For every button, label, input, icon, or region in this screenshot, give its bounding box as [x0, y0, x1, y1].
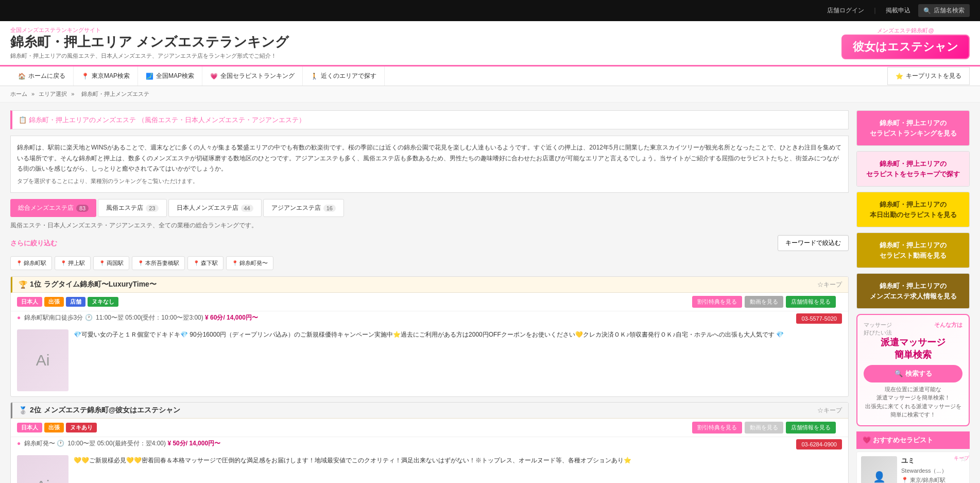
sidebar-job-info[interactable]: 錦糸町・押上エリアの メンズエステ求人情報を見る: [857, 274, 969, 308]
tag-store-1: 店舗: [66, 297, 85, 307]
movie-btn-2[interactable]: 動画を見る: [745, 422, 783, 434]
rank-icon-1: 🏆: [19, 280, 27, 289]
globe-icon: 🗾: [146, 73, 153, 80]
shop-pr-2: 💛💛ご新規様必見💛💛密着回春＆本格マッサージで圧倒的な満足感をお届けします！地域…: [74, 455, 842, 465]
shop-card-1: 🏆 1位 ラグタイム錦糸町〜LuxuryTime〜 ☆キープ 日本人 出張 店舗…: [10, 276, 849, 397]
phone-btn-1[interactable]: 03-5577-5020: [796, 313, 842, 324]
shop-actions-1: 割引特典を見る 動画を見る 店舗情報を見る: [692, 296, 842, 308]
sidebar-therapist-serakeep[interactable]: 錦糸町・押上エリアの セラピストをセラキープで探す: [857, 152, 969, 186]
coupon-btn-1[interactable]: 割引特典を見る: [692, 296, 742, 308]
tab-fuzoku[interactable]: 風俗エステ店 23: [98, 199, 166, 217]
tab-asian-count: 16: [323, 205, 336, 212]
rank-num-1: 1位: [30, 280, 41, 289]
sidebar-therapist-ranking[interactable]: 錦糸町・押上エリアの セラピストランキングを見る: [857, 111, 969, 145]
shop-name-2: メンズエステ錦糸町@彼女はエステシャン: [44, 406, 181, 415]
keeplist-btn[interactable]: ⭐ キープリストを見る: [887, 67, 970, 85]
shop-info-line-1: ● 錦糸町駅南口徒歩3分 🕐 11:00〜翌 05:00(受付：10:00〜翌3…: [11, 311, 848, 324]
search-icon-massage: 🔍: [895, 370, 903, 377]
tab-all[interactable]: 総合メンズエステ店 83: [10, 199, 96, 217]
tag-dispatch-2: 出張: [44, 423, 64, 432]
shop-price-2: ¥ 50分/ 14,000円〜: [167, 440, 220, 447]
map-icon: 📍: [81, 73, 89, 80]
keep-btn-1[interactable]: ☆キープ: [817, 280, 842, 289]
heading-icon: 📋: [19, 116, 27, 124]
sidebar-therapist-today[interactable]: 錦糸町・押上エリアの 本日出勤のセラピストを見る: [857, 192, 969, 227]
shop-tags-row-2: 日本人 出張 ヌキあり 割引特典を見る 動画を見る 店舗情報を見る: [11, 419, 848, 437]
therapist-img-1: 👤: [861, 456, 897, 483]
coupon-btn-2[interactable]: 割引特典を見る: [692, 422, 742, 434]
store-login-link[interactable]: 店舗ログイン: [827, 6, 864, 15]
location-icon-5: 📍: [193, 260, 199, 266]
site-desc: 錦糸町・押上エリアの風俗エステ、日本人メンズエステ、アジアンエステ店をランキング…: [10, 52, 289, 60]
info-btn-2[interactable]: 店舗情報を見る: [786, 422, 836, 434]
massage-label2: 好びたい法: [864, 329, 892, 337]
filter-row: さらに絞り込む キーワードで絞込む: [10, 235, 849, 251]
shop-info-1: 💎可愛い女の子と１Ｒ個室でドキドキ💎 90分16000円（ディープリンパ込み）の…: [74, 329, 842, 391]
sidebar-therapist-movie[interactable]: 錦糸町・押上エリアの セラピスト動画を見る: [857, 233, 969, 268]
breadcrumb-area[interactable]: エリア選択: [39, 91, 67, 97]
keep-label-1: キープ: [954, 455, 969, 462]
star-icon: ⭐: [896, 73, 903, 80]
home-icon: 🏠: [18, 73, 26, 80]
sidebar-today-btn: 錦糸町・押上エリアの 本日出勤のセラピストを見る: [856, 192, 970, 227]
shop-location-1: 錦糸町駅南口徒歩3分: [24, 314, 83, 321]
search-icon: 🔍: [923, 7, 931, 14]
movie-btn-1[interactable]: 動画を見る: [745, 296, 783, 308]
rank-num-2: 2位: [30, 406, 41, 415]
nav-nearby[interactable]: 🚶 近くのエリアで探す: [303, 66, 385, 86]
station-btn-ryogoku[interactable]: 📍 両国駅: [93, 256, 129, 270]
massage-label: マッサージ: [864, 321, 892, 329]
logo-main: 彼女はエステシャン: [841, 35, 970, 60]
shop-body-2: Ai 50分13,000円 💛💛ご新規様必見💛💛密着回春＆本格マッサージで圧倒的…: [11, 450, 848, 483]
location-icon-6: 📍: [232, 260, 238, 266]
nav-home[interactable]: 🏠 ホームに戻る: [10, 66, 74, 86]
therapist-station-1: 📍 東京/錦糸町駅: [901, 476, 965, 483]
main-wrap: 📋 錦糸町・押上エリアのメンズエステ （風俗エステ・日本人メンズエステ・アジアン…: [0, 103, 980, 483]
header: 全国メンズエステランキングサイト 錦糸町・押上エリア メンズエステランキング 錦…: [0, 21, 980, 66]
massage-label3: そんな方は: [934, 321, 962, 329]
logo-area: メンズエステ錦糸町@ 彼女はエステシャン: [841, 27, 970, 60]
massage-main-title: 派遣マッサージ簡単検索: [864, 337, 962, 361]
massage-search-btn[interactable]: 🔍 検索する: [864, 365, 962, 382]
nav-all-map[interactable]: 🗾 全国MAP検索: [138, 66, 202, 86]
shop-info-line-2: ● 錦糸町発〜 🕐 10:00〜翌 05:00(最終受付：翌4:00) ¥ 50…: [11, 437, 848, 450]
registration-link[interactable]: 掲載申込: [886, 6, 910, 15]
breadcrumb-current: 錦糸町・押上メンズエステ: [81, 91, 149, 97]
shop-name-1: ラグタイム錦糸町〜LuxuryTime〜: [44, 280, 157, 289]
phone-btn-2[interactable]: 03-6284-0900: [796, 439, 842, 449]
station-btn-kinshicho[interactable]: 📍 錦糸町駅: [10, 256, 52, 270]
shop-img-placeholder-1: Ai: [17, 329, 68, 391]
rank-badge-1: 🏆 1位 ラグタイム錦糸町〜LuxuryTime〜: [19, 280, 157, 289]
shop-img-placeholder-2: Ai: [17, 455, 68, 483]
keep-btn-2[interactable]: ☆キープ: [817, 406, 842, 415]
keyword-filter-btn[interactable]: キーワードで絞込む: [778, 235, 849, 251]
station-btn-morishita[interactable]: 📍 森下駅: [187, 256, 223, 270]
tab-all-label: 総合メンズエステ店: [18, 204, 74, 212]
filter-toggle-btn[interactable]: さらに絞り込む: [10, 239, 57, 248]
heading-sub: （風俗エステ・日本人メンズエステ・アジアンエステ）: [138, 116, 305, 124]
station-filter-row: 📍 錦糸町駅 📍 押上駅 📍 両国駅 📍 本所吾妻橋駅 📍 森下駅 📍: [10, 256, 849, 270]
breadcrumb-home[interactable]: ホーム: [10, 91, 27, 97]
shop-img-1: Ai: [17, 329, 68, 391]
area-description-text: 錦糸町は、駅前に楽天地とWINSがあることで、週末などに多くの人々が集まる繁盛エ…: [17, 142, 842, 174]
tab-asian[interactable]: アジアンエステ店 16: [263, 199, 344, 217]
nav-tokyo-map[interactable]: 📍 東京MAP検索: [74, 66, 138, 86]
tag-nuki-nashi-1: ヌキなし: [88, 297, 118, 307]
sidebar-ranking-btn: 錦糸町・押上エリアの セラピストランキングを見る: [856, 110, 970, 146]
shop-pr-1: 💎可愛い女の子と１Ｒ個室でドキドキ💎 90分16000円（ディープリンパ込み）の…: [74, 329, 842, 340]
sidebar: 錦糸町・押上エリアの セラピストランキングを見る 錦糸町・押上エリアの セラピス…: [856, 110, 970, 483]
tab-japanese[interactable]: 日本人メンズエステ店 44: [168, 199, 262, 217]
shop-tabs: 総合メンズエステ店 83 風俗エステ店 23 日本人メンズエステ店 44 アジア…: [10, 199, 849, 217]
tab-fuzoku-count: 23: [146, 205, 158, 212]
recommend-section: 💗 おすすめセラピスト 👤 ユミ Stewardess（...） 📍 東京/錦糸…: [856, 431, 970, 483]
info-btn-1[interactable]: 店舗情報を見る: [786, 296, 836, 308]
location-icon-4: 📍: [137, 260, 144, 266]
shop-info-2: 💛💛ご新規様必見💛💛密着回春＆本格マッサージで圧倒的な満足感をお届けします！地域…: [74, 455, 842, 483]
sidebar-serakeep-btn: 錦糸町・押上エリアの セラピストをセラキープで探す: [856, 151, 970, 187]
nav-ranking[interactable]: 💗 全国セラピストランキング: [202, 66, 303, 86]
store-search-box[interactable]: 🔍 店舗名検索: [918, 4, 970, 17]
station-btn-oshiage[interactable]: 📍 押上駅: [55, 256, 91, 270]
sidebar-job-btn: 錦糸町・押上エリアの メンズエステ求人情報を見る: [856, 273, 970, 309]
station-btn-honjoazumabashi[interactable]: 📍 本所吾妻橋駅: [132, 256, 185, 270]
station-btn-kinshicho-hatsu[interactable]: 📍 錦糸町発〜: [226, 256, 273, 270]
